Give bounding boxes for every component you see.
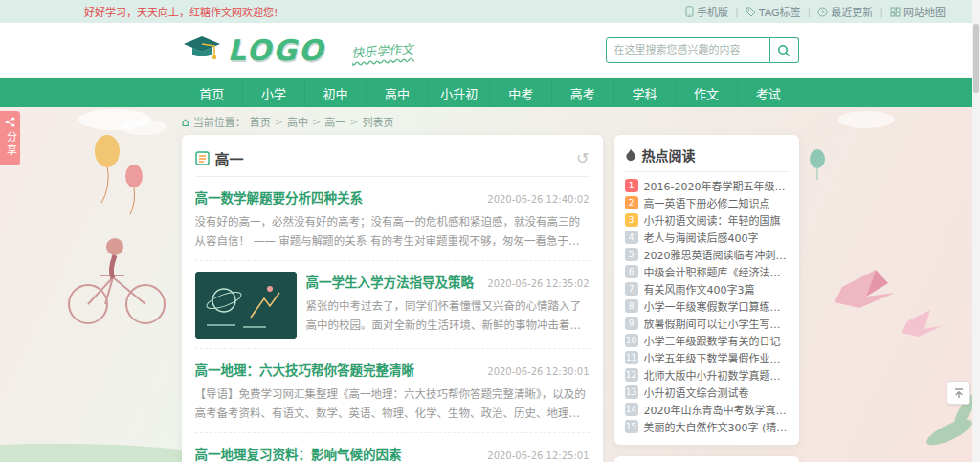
rank-badge: 15 [625,420,638,433]
hot-item-title: 中级会计职称题库《经济法》检测题 [644,264,789,279]
main-nav: 首页 小学 初中 高中 小升初 中考 高考 学科 作文 考试 [0,78,980,107]
hot-list-item[interactable]: 10小学三年级跟数学有关的日记 [625,332,789,349]
hot-list: 12016-2020年春学期五年级语文下期末模拟 2高一英语下册必修二知识点 3… [625,177,789,435]
hot-list-item[interactable]: 7有关风雨作文400字3篇 [625,280,789,297]
article-summary: 【导语】免费学习网汇集整理《高一地理：六大技巧帮你答题完整清晰》，以及的高考备考… [195,385,590,423]
hot-list-item[interactable]: 9放暑假期间可以让小学生写的三年级英语作文100字 [625,315,789,332]
list-title: 高一 [215,148,244,168]
rank-badge: 10 [625,334,638,347]
nav-item-exams[interactable]: 考试 [738,78,799,107]
recommend-reading-card: 推荐阅读 1最欣赏的人作文400字 (精选3篇) 2关于感恩的中考满分作文600… [614,456,799,462]
article-thumbnail[interactable] [195,272,297,339]
nav-item-zhongkao[interactable]: 中考 [490,78,552,107]
rank-badge: 9 [625,317,638,330]
tag-link-label: TAG标签 [759,4,801,19]
tag-link[interactable]: TAG标签 [746,4,801,19]
article-date: 2020-06-26 12:30:01 [487,366,589,377]
hot-list-item[interactable]: 12016-2020年春学期五年级语文下期末模拟 [625,177,789,194]
hot-list-item[interactable]: 13小升初语文综合测试卷 [625,384,789,401]
breadcrumb-gaoyi[interactable]: 高一 [324,114,345,129]
hot-item-title: 2016-2020年春学期五年级语文下期末模拟 [644,178,789,193]
graduation-cap-icon [182,33,222,68]
nav-item-primary[interactable]: 小学 [243,78,305,107]
share-icon [5,117,15,127]
hot-item-title: 小升初语文综合测试卷 [644,385,749,400]
site-logo[interactable]: LOGO [182,33,325,68]
header: LOGO 快乐学作文 [0,23,980,78]
nav-item-composition[interactable]: 作文 [676,78,738,107]
rank-badge: 8 [625,299,638,313]
share-tab[interactable]: 分享 [0,111,20,165]
hot-list-item[interactable]: 6中级会计职称题库《经济法》检测题 [625,263,789,280]
hot-list-item[interactable]: 142020年山东青岛中考数学真题 (已公布) [625,401,789,418]
back-to-top-button[interactable] [947,381,970,405]
article-title-link[interactable]: 高一地理：六大技巧帮你答题完整清晰 [195,360,415,379]
article-item: 高一学生入学方法指导及策略 2020-06-26 12:35:02 紧张的中考过… [195,261,590,349]
article-item: 高一地理：六大技巧帮你答题完整清晰 2020-06-26 12:30:01 【导… [195,349,590,433]
hot-list-item[interactable]: 12北师大版中小升初数学真题汇编 [625,366,789,384]
recent-updates-link[interactable]: 最近更新 [817,4,873,19]
hot-list-item[interactable]: 4老人与海阅读后感400字 [625,229,789,246]
separator: | [808,6,812,18]
breadcrumb-current: 列表页 [362,114,393,129]
hot-item-title: 小升初语文阅读：年轻的国旗 [644,212,781,228]
hot-list-item[interactable]: 15美丽的大自然作文300字 (精选3篇) [625,418,789,435]
hot-item-title: 2020雅思英语阅读临考冲刺试题附答案 [644,247,789,262]
separator: | [880,6,883,18]
sitemap-link[interactable]: 网站地图 [890,4,946,19]
hot-list-item[interactable]: 8小学一年级寒假数学口算练习题三篇 [625,297,789,315]
breadcrumb-senior[interactable]: 高中 [287,114,308,129]
article-title-link[interactable]: 高一数学解题要分析四种关系 [195,187,364,207]
magnifier-icon [777,44,791,57]
hot-list-item[interactable]: 2高一英语下册必修二知识点 [625,194,789,211]
hot-list-item[interactable]: 52020雅思英语阅读临考冲刺试题附答案 [625,246,789,263]
rank-badge: 13 [625,385,638,399]
nav-item-senior[interactable]: 高中 [367,78,429,107]
article-date: 2020-06-26 12:25:01 [487,451,589,461]
rank-badge: 14 [625,403,638,416]
welcome-text: 好好学习，天天向上，红糖作文网欢迎您! [84,4,278,19]
arrow-up-icon [953,387,965,399]
nav-item-home[interactable]: 首页 [182,78,244,107]
mobile-version-link[interactable]: 手机版 [685,4,728,19]
home-icon: ⌂ [182,116,189,128]
main-content: 高一 ↺ 高一数学解题要分析四种关系 2020-06-26 12:40:02 没… [182,135,799,462]
search-bar [606,37,799,63]
tag-icon [746,7,756,17]
sidebar: 热点阅读 12016-2020年春学期五年级语文下期末模拟 2高一英语下册必修二… [614,135,799,462]
hot-item-title: 老人与海阅读后感400字 [644,230,759,245]
list-card-header: 高一 ↺ [195,144,590,177]
rank-badge: 2 [625,196,638,209]
hot-card-title: 热点阅读 [642,145,696,165]
breadcrumb-separator: > [312,116,321,128]
rank-badge: 12 [625,368,638,382]
article-summary: 没有好的高一，必然没有好的高考；没有高一的危机感和紧迫感，就没有高三的从容自信！… [195,213,590,251]
search-input[interactable] [606,37,770,63]
page: 好好学习，天天向上，红糖作文网欢迎您! 手机版 | TAG标签 | 最近更新 |… [0,0,980,462]
hot-list-item[interactable]: 3小升初语文阅读：年轻的国旗 [625,211,789,229]
refresh-icon[interactable]: ↺ [576,151,589,166]
hot-card-header: 热点阅读 [625,143,789,172]
article-list-card: 高一 ↺ 高一数学解题要分析四种关系 2020-06-26 12:40:02 没… [182,135,603,462]
scrollbar-thumb[interactable] [973,24,979,93]
nav-item-subjects[interactable]: 学科 [614,78,677,107]
sitemap-icon [890,7,901,17]
nav-item-junior[interactable]: 初中 [305,78,368,107]
hot-item-title: 放暑假期间可以让小学生写的三年级英语作文100字 [644,316,789,331]
breadcrumb-separator: > [349,116,358,128]
hot-item-title: 高一英语下册必修二知识点 [644,195,770,210]
nav-item-xiaoshengchu[interactable]: 小升初 [429,78,491,107]
hot-reading-card: 热点阅读 12016-2020年春学期五年级语文下期末模拟 2高一英语下册必修二… [614,135,799,445]
rank-badge: 5 [625,248,638,261]
search-button[interactable] [770,37,799,63]
window-scrollbar [972,0,980,462]
nav-item-gaokao[interactable]: 高考 [552,78,614,107]
topbar: 好好学习，天天向上，红糖作文网欢迎您! 手机版 | TAG标签 | 最近更新 |… [0,0,980,23]
rank-badge: 11 [625,351,638,364]
rank-badge: 6 [625,265,638,278]
breadcrumb-home[interactable]: 首页 [250,114,271,129]
article-title-link[interactable]: 高一学生入学方法指导及策略 [306,272,475,291]
hot-list-item[interactable]: 11小学五年级下数学暑假作业答案【20-61】 [625,349,789,366]
article-title-link[interactable]: 高一地理复习资料：影响气候的因素 [195,444,402,462]
clock-icon [817,7,828,17]
